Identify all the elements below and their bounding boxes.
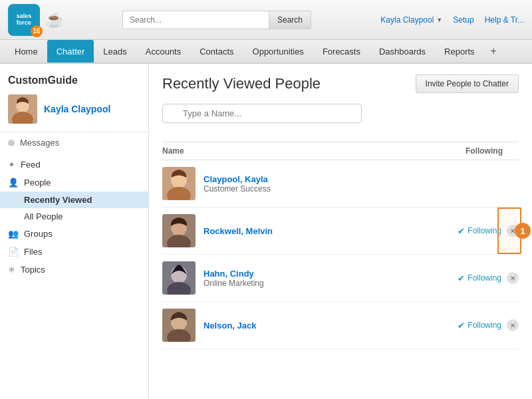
person-info: Rockwell, Melvin (203, 226, 458, 236)
following-label: Following (467, 321, 501, 330)
people-label: People (24, 178, 51, 188)
table-row: Hahn, Cindy Online Marketing ✔ Following… (162, 255, 519, 302)
sidebar-user[interactable]: Kayla Claypool (0, 90, 148, 132)
invite-people-button[interactable]: Invite People to Chatter (416, 74, 519, 93)
notification-badge: 16 (31, 25, 43, 37)
search-area: Search (122, 11, 322, 29)
person-info: Claypool, Kayla Customer Success (203, 174, 519, 194)
nav-dashboards[interactable]: Dashboards (370, 40, 435, 63)
feed-icon: ✦ (8, 160, 15, 170)
unfollow-button[interactable]: ✕ (507, 319, 519, 331)
sidebar-item-recently-viewed[interactable]: Recently Viewed (0, 192, 148, 208)
person-info: Hahn, Cindy Online Marketing (203, 269, 458, 288)
check-icon: ✔ (458, 321, 465, 331)
nav-contacts[interactable]: Contacts (190, 40, 243, 63)
avatar (8, 94, 37, 124)
nav-opportunities[interactable]: Opportunities (243, 40, 313, 63)
person-name[interactable]: Hahn, Cindy (203, 269, 458, 279)
help-link[interactable]: Help & Tr... (485, 15, 524, 25)
org-name: CustomGuide (0, 69, 148, 90)
setup-link[interactable]: Setup (453, 15, 473, 25)
sidebar-item-files[interactable]: 📄 Files (0, 243, 148, 261)
table-row: Claypool, Kayla Customer Success (162, 160, 519, 207)
feed-label: Feed (21, 160, 41, 170)
nav-more-button[interactable]: + (484, 40, 503, 63)
avatar (162, 167, 196, 200)
sidebar-item-feed[interactable]: ✦ Feed (0, 156, 148, 174)
messages-dot-icon (8, 140, 15, 146)
person-dept: Customer Success (203, 184, 519, 194)
sidebar-section-main: ✦ Feed 👤 People Recently Viewed All Peop… (0, 153, 148, 281)
logo-area: salesforce 16 ☕ (8, 4, 114, 36)
sidebar-user-name: Kayla Claypool (44, 104, 110, 114)
person-name[interactable]: Nelson, Jack (203, 321, 458, 331)
sidebar: CustomGuide Kayla Claypool Messages ✦ Fe… (0, 64, 149, 399)
main-search-button[interactable]: Search (269, 11, 311, 29)
sidebar-messages[interactable]: Messages (0, 132, 148, 153)
following-status: ✔ Following ✕ (458, 225, 519, 237)
user-menu[interactable]: Kayla Claypool ▼ (380, 15, 442, 25)
nav-chatter[interactable]: Chatter (47, 40, 94, 63)
col-following: Following (466, 146, 503, 156)
check-icon: ✔ (458, 226, 465, 236)
topics-label: Topics (21, 265, 45, 275)
table-header: Name Following (162, 142, 519, 160)
table-row: Rockwell, Melvin ✔ Following ✕ 1 (162, 207, 519, 255)
content-header: Recently Viewed People Invite People to … (162, 74, 519, 93)
people-icon: 👤 (8, 178, 19, 188)
avatar (162, 214, 196, 247)
coffee-icon: ☕ (45, 11, 63, 29)
messages-label: Messages (20, 138, 59, 148)
content-area: Recently Viewed People Invite People to … (149, 64, 532, 399)
following-label: Following (467, 273, 501, 283)
following-label: Following (467, 226, 501, 235)
files-label: Files (24, 247, 42, 257)
sidebar-item-people[interactable]: 👤 People (0, 174, 148, 192)
search-people-wrap (162, 104, 362, 132)
unfollow-button[interactable]: ✕ (507, 272, 519, 284)
person-dept: Online Marketing (203, 279, 458, 288)
groups-icon: 👥 (8, 229, 19, 239)
avatar (162, 309, 196, 342)
files-icon: 📄 (8, 247, 19, 257)
following-status: ✔ Following ✕ (458, 319, 519, 331)
user-dropdown-arrow: ▼ (436, 17, 442, 23)
nav-bar: Home Chatter Leads Accounts Contacts Opp… (0, 40, 532, 64)
nav-reports[interactable]: Reports (435, 40, 484, 63)
main-layout: CustomGuide Kayla Claypool Messages ✦ Fe… (0, 64, 532, 399)
unfollow-button[interactable]: ✕ (507, 225, 519, 237)
groups-label: Groups (24, 229, 53, 239)
header-user-name: Kayla Claypool (380, 15, 434, 25)
table-row: Nelson, Jack ✔ Following ✕ (162, 302, 519, 349)
check-icon: ✔ (458, 273, 465, 283)
nav-home[interactable]: Home (5, 40, 47, 63)
person-info: Nelson, Jack (203, 321, 458, 331)
top-header: salesforce 16 ☕ Search Kayla Claypool ▼ … (0, 0, 532, 40)
person-name[interactable]: Claypool, Kayla (203, 174, 519, 184)
sidebar-item-all-people[interactable]: All People (0, 208, 148, 225)
nav-leads[interactable]: Leads (94, 40, 136, 63)
topics-icon: ✳ (8, 265, 15, 275)
salesforce-logo: salesforce 16 (8, 4, 40, 36)
col-name: Name (162, 146, 184, 156)
avatar (162, 261, 196, 295)
sidebar-item-topics[interactable]: ✳ Topics (0, 261, 148, 279)
people-table: Name Following Claypool, Kayla Customer … (162, 142, 519, 349)
nav-accounts[interactable]: Accounts (136, 40, 190, 63)
main-search-input[interactable] (122, 11, 269, 29)
page-title: Recently Viewed People (162, 75, 321, 92)
following-status: ✔ Following ✕ (458, 272, 519, 284)
nav-forecasts[interactable]: Forecasts (313, 40, 370, 63)
header-right: Kayla Claypool ▼ Setup Help & Tr... (380, 15, 524, 25)
sidebar-item-groups[interactable]: 👥 Groups (0, 225, 148, 243)
people-search-input[interactable] (162, 104, 362, 123)
person-name[interactable]: Rockwell, Melvin (203, 226, 458, 236)
